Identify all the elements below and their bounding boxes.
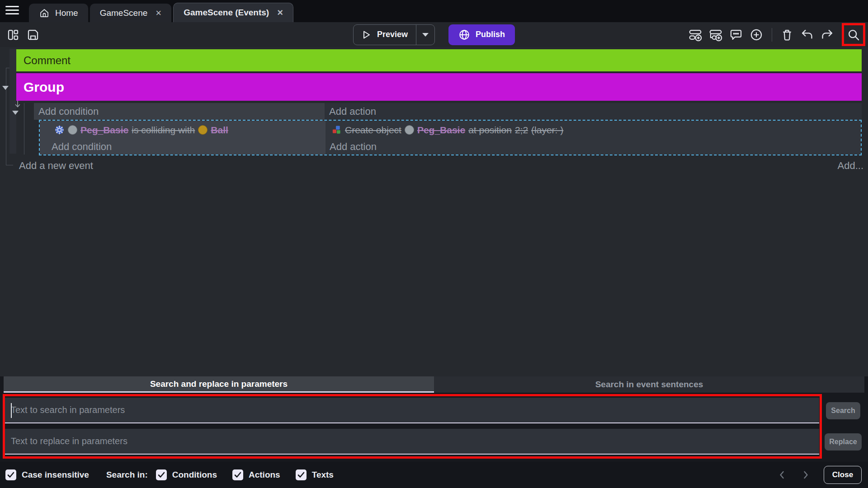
- tab-gamescene[interactable]: GameScene ×: [90, 4, 171, 22]
- menu-icon[interactable]: [5, 6, 19, 17]
- home-icon: [39, 8, 50, 19]
- object-name: Ball: [211, 125, 228, 136]
- text-cursor: [11, 403, 12, 418]
- search-input-row: [4, 398, 819, 423]
- case-insensitive-checkbox[interactable]: [5, 469, 16, 480]
- ball-object-icon: [198, 125, 208, 135]
- collapse-event-icon[interactable]: [12, 111, 19, 115]
- condition-text: is colliding with: [132, 125, 195, 136]
- replace-button[interactable]: Replace: [825, 433, 862, 450]
- add-more-button[interactable]: Add...: [838, 160, 863, 172]
- peg-basic-object-icon: [405, 125, 414, 135]
- action-param: 2;2: [515, 125, 528, 136]
- texts-checkbox[interactable]: [296, 469, 307, 480]
- comment-event[interactable]: Comment: [16, 49, 862, 71]
- tree-line: [24, 103, 24, 155]
- collapse-group-icon[interactable]: [2, 86, 9, 90]
- previous-result-icon[interactable]: [777, 469, 788, 480]
- action-text: at position: [468, 125, 512, 136]
- tab-gamescene-events[interactable]: GameScene (Events) ×: [173, 3, 293, 22]
- toolbar-divider: [772, 28, 772, 42]
- publish-button[interactable]: Publish: [448, 24, 515, 45]
- search-panel: Search and replace in parameters Search …: [0, 376, 868, 488]
- replace-input[interactable]: [4, 429, 819, 454]
- undo-icon[interactable]: [800, 28, 814, 42]
- preview-button[interactable]: Preview: [353, 24, 435, 45]
- tab-home[interactable]: Home: [29, 4, 88, 22]
- search-in-label: Search in:: [106, 470, 148, 480]
- create-object-icon: [331, 125, 342, 135]
- tree-line: [6, 68, 9, 68]
- search-highlight-box: [842, 23, 865, 46]
- selected-event[interactable]: Peg_Basic is colliding with Ball Add con…: [39, 120, 862, 155]
- replace-input-row: [4, 429, 819, 455]
- tab-search-replace-parameters[interactable]: Search and replace in parameters: [4, 376, 434, 393]
- checkbox-label: Texts: [312, 470, 334, 480]
- add-new-event-link[interactable]: Add a new event: [19, 160, 93, 172]
- add-comment-icon[interactable]: [729, 28, 743, 42]
- tab-label: Home: [55, 8, 78, 18]
- checkbox-label: Conditions: [172, 470, 217, 480]
- add-event-icon[interactable]: [688, 28, 703, 42]
- redo-icon[interactable]: [820, 28, 835, 42]
- next-result-icon[interactable]: [800, 469, 811, 480]
- add-action-link[interactable]: Add action: [326, 139, 861, 154]
- chevron-down-icon: [422, 33, 429, 37]
- search-input[interactable]: [4, 398, 819, 422]
- action-verb: Create object: [345, 125, 401, 136]
- publish-label: Publish: [476, 30, 505, 39]
- condition-row[interactable]: Peg_Basic is colliding with Ball: [40, 121, 326, 139]
- actions-checkbox[interactable]: [232, 469, 243, 480]
- tab-search-event-sentences[interactable]: Search in event sentences: [434, 376, 864, 393]
- events-sheet: Comment Group Add condition Add action P…: [0, 47, 868, 376]
- object-name: Peg_Basic: [80, 125, 128, 136]
- close-button[interactable]: Close: [824, 466, 862, 484]
- tree-line: [6, 165, 13, 165]
- object-name: Peg_Basic: [417, 125, 465, 136]
- tab-label: GameScene (Events): [184, 8, 269, 18]
- checkbox-label: Case insensitive: [22, 470, 89, 480]
- actions-column: Create object Peg_Basic at position 2;2 …: [326, 121, 861, 155]
- play-icon: [361, 29, 372, 40]
- tree-line: [6, 68, 6, 165]
- delete-icon[interactable]: [780, 28, 794, 42]
- search-icon[interactable]: [846, 28, 861, 42]
- preview-label: Preview: [377, 30, 408, 39]
- search-panel-tabs: Search and replace in parameters Search …: [4, 376, 864, 393]
- add-subevent-icon[interactable]: [708, 28, 723, 42]
- add-circle-icon[interactable]: [749, 28, 764, 42]
- action-tail: (layer: ): [531, 125, 563, 136]
- collision-icon: [54, 125, 65, 135]
- checkbox-label: Actions: [249, 470, 280, 480]
- toolbar: Preview Publish: [0, 22, 868, 47]
- conditions-column: Peg_Basic is colliding with Ball Add con…: [40, 121, 326, 155]
- peg-basic-object-icon: [68, 125, 77, 135]
- globe-icon: [458, 29, 470, 41]
- preview-options-dropdown[interactable]: [416, 25, 434, 45]
- conditions-checkbox[interactable]: [156, 469, 167, 480]
- close-icon[interactable]: ×: [277, 8, 283, 18]
- search-options-row: Case insensitive Search in: Conditions A…: [0, 462, 868, 488]
- action-row[interactable]: Create object Peg_Basic at position 2;2 …: [326, 121, 861, 139]
- close-icon[interactable]: ×: [156, 8, 161, 18]
- top-tab-bar: Home GameScene × GameScene (Events) ×: [0, 0, 868, 22]
- tab-label: GameScene: [100, 8, 148, 18]
- search-button[interactable]: Search: [826, 402, 860, 419]
- drop-indicator-icon: [15, 100, 20, 109]
- add-condition-link[interactable]: Add condition: [40, 139, 326, 154]
- add-condition-link[interactable]: Add condition: [34, 103, 325, 120]
- group-event[interactable]: Group: [16, 73, 862, 101]
- add-action-link[interactable]: Add action: [325, 103, 862, 120]
